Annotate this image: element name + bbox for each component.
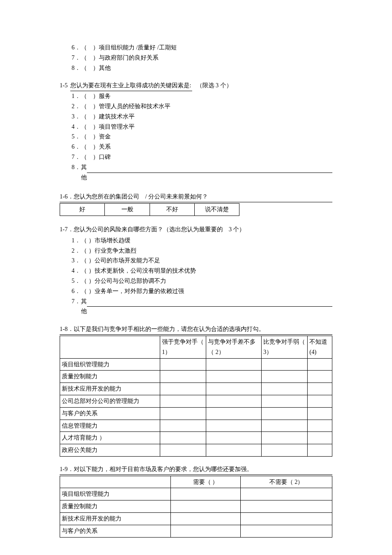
table-cell[interactable] bbox=[160, 371, 206, 383]
question-1-5: 1-5 您认为要在现有主业上取得成功的关键因素是: （限选 3 个） 1．（ ）… bbox=[60, 81, 332, 182]
table-header: 不知道(4) bbox=[308, 336, 332, 358]
option-number: 3． bbox=[72, 112, 81, 122]
option-text: （ ）口碑 bbox=[81, 152, 332, 162]
option-item: 5．（ ）资金 bbox=[72, 132, 332, 142]
option-text: （ ）项目管理水平 bbox=[81, 122, 332, 132]
option-number: 3． bbox=[72, 256, 81, 266]
option-number: 5． bbox=[72, 276, 81, 286]
table-cell[interactable] bbox=[160, 444, 206, 457]
table-row: 项目组织管理能力 bbox=[60, 488, 332, 500]
table-cell[interactable] bbox=[160, 407, 206, 420]
table-row: 与客户的关系 bbox=[60, 525, 332, 537]
table-cell[interactable] bbox=[160, 358, 206, 371]
option-item: 1．（ ）市场增长趋缓 bbox=[72, 236, 332, 246]
table-cell[interactable] bbox=[160, 395, 206, 407]
table-cell[interactable] bbox=[262, 358, 308, 371]
row-label: 与客户的关系 bbox=[60, 525, 171, 537]
table-cell[interactable] bbox=[160, 383, 206, 395]
other-fill-line[interactable] bbox=[87, 162, 332, 173]
table-cell[interactable] bbox=[308, 395, 332, 407]
option-number: 7． bbox=[72, 152, 81, 162]
table-header-row: 需要（ ） 不需要（ 2） bbox=[60, 476, 332, 488]
table-cell[interactable] bbox=[160, 432, 206, 444]
table-cell[interactable] bbox=[262, 395, 308, 407]
option-number: 7． bbox=[72, 53, 81, 63]
option-item: 4．（ ）技术更新快，公司没有明显的技术优势 bbox=[72, 266, 332, 276]
table-row: 好 一般 不好 说不清楚 bbox=[60, 204, 239, 216]
option-text: （ ）资金 bbox=[81, 132, 332, 142]
row-label: 项目组织管理能力 bbox=[60, 358, 160, 371]
table-header: 强于竞争对手（ 1） bbox=[160, 336, 206, 358]
question-1-6: 1-6．您认为您所在的集团公司 / 分公司未来前景如何？ 好 一般 不好 说不清… bbox=[60, 192, 332, 216]
table-cell[interactable] bbox=[262, 444, 308, 457]
table-cell[interactable] bbox=[206, 420, 262, 432]
option-number: 4． bbox=[72, 266, 81, 276]
table-row: 质量控制能力 bbox=[60, 500, 332, 513]
table-header-row: 强于竞争对手（ 1） 与竞争对手差不多（ 2） 比竞争对手弱（ 3） 不知道(4… bbox=[60, 336, 332, 358]
option-number: 4． bbox=[72, 122, 81, 132]
table-cell[interactable] bbox=[206, 371, 262, 383]
table-cell[interactable] bbox=[206, 432, 262, 444]
table-cell[interactable] bbox=[241, 525, 332, 537]
option-item: 6．（ ）关系 bbox=[72, 142, 332, 152]
table-cell[interactable] bbox=[206, 444, 262, 457]
table-cell[interactable] bbox=[308, 371, 332, 383]
table-cell[interactable] bbox=[308, 444, 332, 457]
table-row: 新技术应用开发的能力 bbox=[60, 513, 332, 525]
option-number: 1． bbox=[72, 236, 81, 246]
question-number: 1-5 bbox=[60, 81, 68, 91]
table-cell[interactable]: 说不清楚 bbox=[195, 204, 239, 216]
table-cell[interactable] bbox=[241, 513, 332, 525]
table-cell[interactable] bbox=[262, 432, 308, 444]
table-cell[interactable] bbox=[206, 395, 262, 407]
option-text: 其他 bbox=[81, 296, 87, 317]
table-cell[interactable] bbox=[160, 420, 206, 432]
table-cell[interactable] bbox=[241, 500, 332, 513]
option-number: 6． bbox=[72, 43, 81, 53]
option-item: 7．（ ）口碑 bbox=[72, 152, 332, 162]
option-text: （ ）关系 bbox=[81, 142, 332, 152]
table-cell[interactable] bbox=[262, 420, 308, 432]
table-cell[interactable] bbox=[206, 358, 262, 371]
row-label: 新技术应用开发的能力 bbox=[60, 383, 160, 395]
table-cell[interactable]: 好 bbox=[60, 204, 105, 216]
table-cell[interactable] bbox=[241, 488, 332, 500]
table-cell[interactable] bbox=[308, 407, 332, 420]
question-prompt: 1-9．对以下能力，相对于目前市场及客户的要求，您认为哪些还要加强。 bbox=[60, 464, 332, 475]
q17-options: 1．（ ）市场增长趋缓 2．（ ）行业竞争太激烈 3．（ ）公司的市场开发能力不… bbox=[60, 236, 332, 316]
option-item: 4．（ ）项目管理水平 bbox=[72, 122, 332, 132]
table-cell[interactable] bbox=[171, 500, 241, 513]
table-cell[interactable] bbox=[171, 488, 241, 500]
table-cell[interactable] bbox=[308, 358, 332, 371]
question-1-9: 1-9．对以下能力，相对于目前市场及客户的要求，您认为哪些还要加强。 需要（ ）… bbox=[60, 464, 332, 538]
row-label: 人才培育能力 ） bbox=[60, 432, 160, 444]
table-row: 项目组织管理能力 bbox=[60, 358, 332, 371]
option-number: 5． bbox=[72, 132, 81, 142]
option-item: 2．（ ）管理人员的经验和技术水平 bbox=[72, 101, 332, 112]
option-item: 8． （ ）其他 bbox=[72, 63, 332, 73]
table-cell[interactable] bbox=[308, 420, 332, 432]
question-1-8: 1-8．以下是我们与竞争对手相比的一些能力，请您在认为合适的选项内打勾。 强于竞… bbox=[60, 324, 332, 457]
table-cell[interactable] bbox=[206, 407, 262, 420]
question-note: （限选 3 个） bbox=[196, 81, 232, 91]
option-item: 7．其他 bbox=[72, 296, 332, 317]
table-cell[interactable] bbox=[171, 513, 241, 525]
table-row: 新技术应用开发的能力 bbox=[60, 383, 332, 395]
other-fill-line[interactable] bbox=[87, 296, 332, 307]
table-cell[interactable] bbox=[262, 371, 308, 383]
row-label: 质量控制能力 bbox=[60, 371, 160, 383]
table-cell[interactable] bbox=[171, 525, 241, 537]
option-number: 2． bbox=[72, 246, 81, 256]
option-number: 1． bbox=[72, 91, 81, 101]
table-cell[interactable] bbox=[262, 383, 308, 395]
table-cell[interactable] bbox=[308, 432, 332, 444]
table-cell[interactable] bbox=[206, 383, 262, 395]
option-text: （ ）管理人员的经验和技术水平 bbox=[81, 101, 332, 112]
table-header: 不需要（ 2） bbox=[241, 476, 332, 488]
table-cell[interactable] bbox=[308, 383, 332, 395]
option-item: 3．（ ）公司的市场开发能力不足 bbox=[72, 256, 332, 266]
table-cell[interactable]: 不好 bbox=[150, 204, 194, 216]
option-item: 1．（ ）服务 bbox=[72, 91, 332, 101]
table-cell[interactable]: 一般 bbox=[105, 204, 150, 216]
table-cell[interactable] bbox=[262, 407, 308, 420]
